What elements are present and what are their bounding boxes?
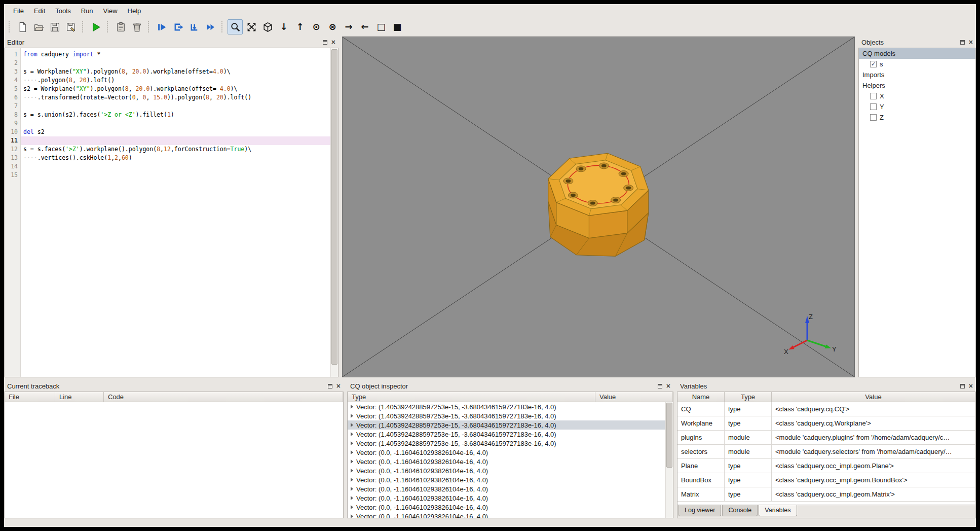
- scrollbar-thumb[interactable]: [331, 49, 337, 365]
- tab-log-viewer[interactable]: Log viewer: [679, 505, 721, 516]
- variable-row[interactable]: BoundBoxtype<class 'cadquery.occ_impl.ge…: [677, 473, 975, 487]
- tab-variables[interactable]: Variables: [759, 505, 797, 516]
- undock-icon[interactable]: [323, 40, 327, 45]
- code-line[interactable]: s = s.union(s2).faces('>Z or <Z').fillet…: [21, 111, 330, 119]
- debug-button[interactable]: [154, 19, 169, 34]
- inspector-row[interactable]: Vector: (0.0, -1.1604610293826104e-16, 4…: [348, 512, 665, 518]
- expand-arrow-icon[interactable]: [351, 432, 353, 436]
- tab-console[interactable]: Console: [722, 505, 758, 516]
- undock-icon[interactable]: [328, 384, 332, 388]
- inspector-row[interactable]: Vector: (1.4053924288597253e-15, -3.6804…: [348, 411, 665, 420]
- expand-arrow-icon[interactable]: [351, 496, 353, 500]
- step-over-button[interactable]: [170, 19, 185, 34]
- visibility-checkbox[interactable]: ✓: [870, 61, 877, 67]
- variable-row[interactable]: CQtype<class 'cadquery.cq.CQ'>: [677, 402, 975, 416]
- menu-edit[interactable]: Edit: [29, 6, 50, 16]
- tree-item-imports[interactable]: Imports: [859, 69, 975, 80]
- expand-arrow-icon[interactable]: [351, 469, 353, 473]
- continue-button[interactable]: [203, 19, 218, 34]
- column-header-code[interactable]: Code: [104, 392, 343, 402]
- column-header-name[interactable]: Name: [677, 392, 725, 402]
- inspector-row[interactable]: Vector: (1.4053924288597253e-15, -3.6804…: [348, 439, 665, 448]
- visibility-checkbox[interactable]: [870, 93, 877, 99]
- tree-item-x[interactable]: X: [859, 91, 975, 101]
- column-header-type[interactable]: Type: [348, 392, 595, 402]
- close-icon[interactable]: ×: [969, 39, 973, 46]
- delete-button[interactable]: [129, 19, 144, 34]
- expand-arrow-icon[interactable]: [351, 478, 353, 482]
- code-line[interactable]: [21, 59, 330, 67]
- open-button[interactable]: [31, 19, 46, 34]
- inspector-row[interactable]: Vector: (1.4053924288597253e-15, -3.6804…: [348, 420, 665, 430]
- menu-view[interactable]: View: [98, 6, 123, 16]
- visibility-checkbox[interactable]: [870, 103, 877, 110]
- close-icon[interactable]: ×: [331, 39, 335, 46]
- code-line[interactable]: s2 = Workplane("XY").polygon(8, 20.0).wo…: [21, 85, 330, 93]
- expand-arrow-icon[interactable]: [351, 514, 353, 518]
- 3d-viewport[interactable]: Z Y X: [342, 37, 855, 377]
- inspector-row[interactable]: Vector: (1.4053924288597253e-15, -3.6804…: [348, 430, 665, 439]
- code-line[interactable]: [21, 162, 330, 171]
- scrollbar-thumb[interactable]: [666, 403, 672, 468]
- close-icon[interactable]: ×: [666, 382, 670, 390]
- tree-item-cq-models[interactable]: CQ models: [859, 48, 975, 59]
- menu-run[interactable]: Run: [76, 6, 98, 16]
- expand-arrow-icon[interactable]: [351, 450, 353, 454]
- column-header-file[interactable]: File: [5, 392, 55, 402]
- expand-arrow-icon[interactable]: [351, 441, 353, 445]
- code-line[interactable]: ····.transformed(rotate=Vector(0, 0, 15.…: [21, 93, 330, 102]
- inspector-row[interactable]: Vector: (0.0, -1.1604610293826104e-16, 4…: [348, 493, 665, 503]
- fit-all-button[interactable]: [244, 19, 259, 34]
- inspector-row[interactable]: Vector: (0.0, -1.1604610293826104e-16, 4…: [348, 475, 665, 484]
- right-view-button[interactable]: →: [341, 19, 356, 34]
- copy-to-console-button[interactable]: [113, 19, 128, 34]
- code-line[interactable]: s = Workplane("XY").polygon(8, 20.0).wor…: [21, 67, 330, 76]
- inspector-row[interactable]: Vector: (0.0, -1.1604610293826104e-16, 4…: [348, 457, 665, 466]
- tree-item-y[interactable]: Y: [859, 101, 975, 112]
- render-button[interactable]: [88, 19, 103, 34]
- expand-arrow-icon[interactable]: [351, 414, 353, 418]
- tree-item-s[interactable]: ✓s: [859, 59, 975, 69]
- code-line[interactable]: [21, 136, 330, 145]
- left-view-button[interactable]: ←: [357, 19, 372, 34]
- variable-row[interactable]: Planetype<class 'cadquery.occ_impl.geom.…: [677, 459, 975, 473]
- step-into-button[interactable]: [186, 19, 202, 34]
- column-header-type[interactable]: Type: [725, 392, 772, 402]
- top-view-button[interactable]: ↓: [276, 19, 291, 34]
- editor-scrollbar[interactable]: [330, 48, 338, 377]
- code-line[interactable]: from cadquery import *: [21, 50, 330, 59]
- code-line[interactable]: [21, 119, 330, 128]
- code-line[interactable]: ····.polygon(8, 20).loft(): [21, 76, 330, 85]
- undock-icon[interactable]: [960, 384, 965, 388]
- expand-arrow-icon[interactable]: [351, 487, 353, 491]
- new-file-button[interactable]: [15, 19, 30, 34]
- save-button[interactable]: [47, 19, 62, 34]
- code-line[interactable]: [21, 102, 330, 111]
- code-line[interactable]: ····.vertices().cskHole(1,2,60): [21, 154, 330, 162]
- toggle-zoom-button[interactable]: [228, 19, 243, 34]
- code-editor[interactable]: from cadquery import *s = Workplane("XY"…: [21, 48, 330, 377]
- menu-help[interactable]: Help: [123, 6, 146, 16]
- tree-item-helpers[interactable]: Helpers: [859, 80, 975, 91]
- wireframe-button[interactable]: □: [373, 19, 389, 34]
- column-header-line[interactable]: Line: [55, 392, 104, 402]
- save-as-button[interactable]: [63, 19, 79, 34]
- inspector-row[interactable]: Vector: (0.0, -1.1604610293826104e-16, 4…: [348, 448, 665, 457]
- menu-tools[interactable]: Tools: [50, 6, 76, 16]
- shaded-button[interactable]: ■: [390, 19, 405, 34]
- variable-row[interactable]: pluginsmodule<module 'cadquery.plugins' …: [677, 431, 975, 445]
- variable-row[interactable]: selectorsmodule<module 'cadquery.selecto…: [677, 445, 975, 459]
- column-header-value[interactable]: Value: [595, 392, 673, 402]
- iso-view-button[interactable]: [260, 19, 275, 34]
- inspector-row[interactable]: Vector: (1.4053924288597253e-15, -3.6804…: [348, 402, 665, 411]
- expand-arrow-icon[interactable]: [351, 405, 353, 409]
- inspector-scrollbar[interactable]: [665, 402, 673, 518]
- inspector-row[interactable]: Vector: (0.0, -1.1604610293826104e-16, 4…: [348, 466, 665, 475]
- undock-icon[interactable]: [960, 40, 965, 45]
- code-line[interactable]: s = s.faces('>Z').workplane().polygon(8,…: [21, 145, 330, 154]
- tree-item-z[interactable]: Z: [859, 112, 975, 123]
- inspector-row[interactable]: Vector: (0.0, -1.1604610293826104e-16, 4…: [348, 484, 665, 493]
- inspector-row[interactable]: Vector: (0.0, -1.1604610293826104e-16, 4…: [348, 503, 665, 512]
- variable-row[interactable]: Workplanetype<class 'cadquery.cq.Workpla…: [677, 416, 975, 431]
- visibility-checkbox[interactable]: [870, 114, 877, 121]
